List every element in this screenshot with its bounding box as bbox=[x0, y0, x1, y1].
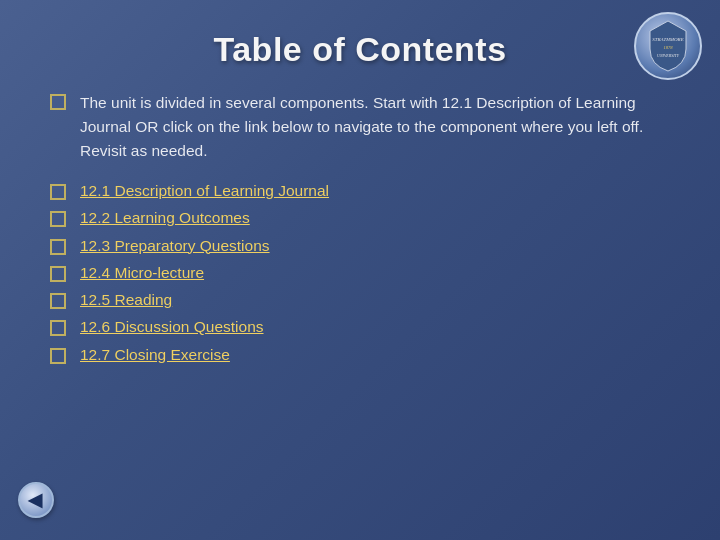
toc-item: 12.2 Learning Outcomes bbox=[50, 206, 670, 229]
toc-bullet-icon bbox=[50, 320, 66, 336]
svg-text:UNIVERSITY: UNIVERSITY bbox=[657, 53, 680, 58]
intro-text: The unit is divided in several component… bbox=[80, 91, 670, 163]
toc-bullet-icon bbox=[50, 184, 66, 200]
svg-text:1878: 1878 bbox=[664, 45, 674, 50]
toc-item: 12.6 Discussion Questions bbox=[50, 315, 670, 338]
toc-item: 12.3 Preparatory Questions bbox=[50, 234, 670, 257]
toc-link-5[interactable]: 12.5 Reading bbox=[80, 288, 172, 311]
svg-text:STRATHMORE: STRATHMORE bbox=[652, 37, 683, 42]
slide: STRATHMORE 1878 UNIVERSITY Table of Cont… bbox=[0, 0, 720, 540]
toc-link-7[interactable]: 12.7 Closing Exercise bbox=[80, 343, 230, 366]
logo-circle: STRATHMORE 1878 UNIVERSITY bbox=[634, 12, 702, 80]
toc-item: 12.5 Reading bbox=[50, 288, 670, 311]
logo: STRATHMORE 1878 UNIVERSITY bbox=[634, 12, 702, 80]
toc-link-4[interactable]: 12.4 Micro-lecture bbox=[80, 261, 204, 284]
toc-link-3[interactable]: 12.3 Preparatory Questions bbox=[80, 234, 270, 257]
intro-block: The unit is divided in several component… bbox=[50, 91, 670, 163]
back-arrow-icon: ◀ bbox=[28, 489, 42, 511]
toc-bullet-icon bbox=[50, 293, 66, 309]
toc-link-2[interactable]: 12.2 Learning Outcomes bbox=[80, 206, 250, 229]
toc-item: 12.4 Micro-lecture bbox=[50, 261, 670, 284]
toc-bullet-icon bbox=[50, 266, 66, 282]
back-button[interactable]: ◀ bbox=[18, 482, 54, 518]
toc-link-1[interactable]: 12.1 Description of Learning Journal bbox=[80, 179, 329, 202]
toc-bullet-icon bbox=[50, 348, 66, 364]
toc-link-6[interactable]: 12.6 Discussion Questions bbox=[80, 315, 264, 338]
toc-item: 12.7 Closing Exercise bbox=[50, 343, 670, 366]
intro-bullet-icon bbox=[50, 94, 66, 110]
toc-list: 12.1 Description of Learning Journal12.2… bbox=[50, 179, 670, 366]
page-title: Table of Contents bbox=[50, 30, 670, 69]
logo-text: STRATHMORE 1878 UNIVERSITY bbox=[634, 12, 702, 80]
toc-bullet-icon bbox=[50, 239, 66, 255]
toc-bullet-icon bbox=[50, 211, 66, 227]
toc-item: 12.1 Description of Learning Journal bbox=[50, 179, 670, 202]
